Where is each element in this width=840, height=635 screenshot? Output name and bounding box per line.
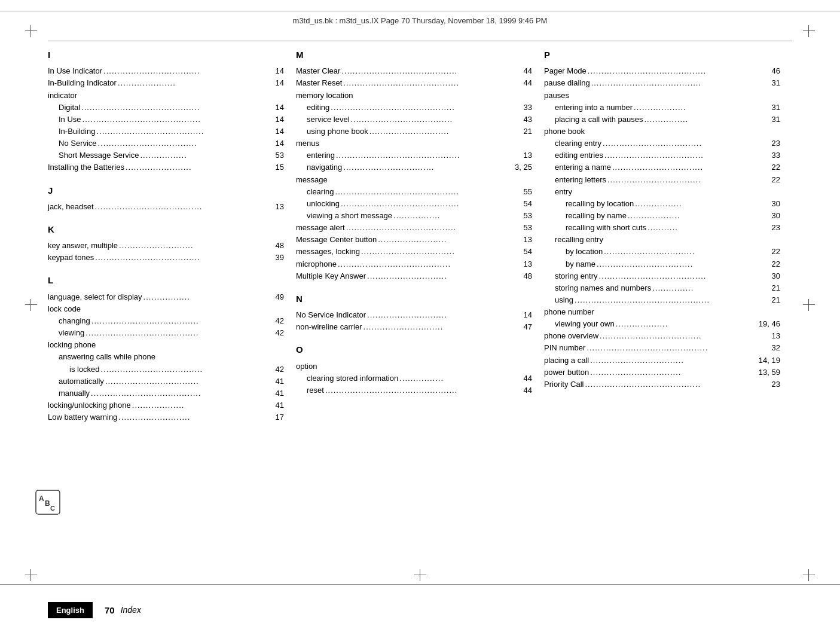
list-item: reset ..................................…: [307, 384, 532, 396]
list-item: Short Message Service ................. …: [59, 149, 284, 161]
entry-page: 15: [276, 161, 284, 173]
entry-label: by name: [566, 258, 595, 270]
entry-label: locking phone: [48, 340, 96, 349]
list-item: jack, headset ..........................…: [48, 201, 284, 213]
entry-label: Multiple Key Answer: [296, 270, 366, 282]
entry-page: 13, 59: [759, 367, 780, 378]
entry-dots: ........................................…: [81, 114, 276, 126]
entry-page: 14: [276, 102, 284, 114]
list-item: automatically ..........................…: [59, 375, 284, 387]
entry-dots: .......................................: [598, 270, 772, 282]
entry-page: 48: [276, 240, 284, 252]
entry-page: 49: [276, 291, 284, 303]
entry-dots: ........................................…: [84, 327, 275, 339]
crosshair-mid-left: [25, 299, 37, 311]
list-item: placing a call .........................…: [544, 355, 780, 367]
entry-page: 19, 46: [759, 318, 780, 330]
entry-page: 33: [772, 149, 780, 161]
list-item: Priority Call ..........................…: [544, 378, 780, 390]
list-item: by name ................................…: [566, 258, 780, 270]
entry-label: editing entries: [555, 149, 603, 161]
list-item: option: [296, 361, 532, 373]
entry-label: pause dialing: [544, 77, 590, 89]
entry-page: 31: [772, 102, 780, 114]
entry-page: 21: [772, 282, 780, 294]
list-item: microphone .............................…: [296, 258, 532, 270]
entry-dots: ...............: [651, 282, 771, 294]
entry-page: 22: [772, 174, 780, 186]
entry-label: using: [555, 294, 573, 306]
list-item: No Service Indicator ...................…: [296, 309, 532, 321]
entry-label: unlocking: [307, 198, 340, 210]
entry-page: 44: [524, 65, 532, 77]
entry-label: clearing stored information: [307, 373, 398, 384]
footer: English 70 Index: [0, 584, 840, 635]
entry-page: 31: [772, 114, 780, 126]
entry-page: 14: [276, 77, 284, 89]
entry-label: lock code: [48, 304, 81, 313]
crosshair-top-right: [803, 25, 815, 37]
entry-label: using phone book: [307, 126, 368, 138]
entry-label: PIN number: [544, 342, 585, 354]
entry-label: messages, locking: [296, 246, 360, 258]
entry-label: changing: [59, 315, 90, 327]
entry-label: answering calls while phone: [59, 352, 155, 361]
entry-page: 14, 19: [759, 355, 780, 367]
list-item: Master Clear ...........................…: [296, 65, 532, 77]
entry-page: 14: [276, 126, 284, 138]
list-item: Multiple Key Answer ....................…: [296, 270, 532, 282]
entry-label: placing a call: [544, 355, 589, 367]
entry-dots: .......................................: [90, 315, 276, 327]
list-item: Low battery warning ....................…: [48, 411, 284, 423]
entry-page: 42: [276, 327, 284, 339]
entry-page: 30: [772, 270, 780, 282]
entry-dots: ........................................: [90, 387, 276, 399]
entry-page: 14: [276, 138, 284, 149]
column-3: PPager Mode ............................…: [544, 48, 792, 569]
list-item: entering into a number .................…: [555, 102, 780, 114]
entry-dots: ........................................…: [324, 384, 524, 396]
entry-label: is locked: [69, 364, 100, 375]
entry-page: 22: [772, 161, 780, 173]
list-item: locking phone: [48, 339, 284, 351]
entry-label: pauses: [544, 91, 569, 100]
entry-dots: .................................: [589, 367, 759, 378]
footer-page-number: 70: [105, 605, 115, 615]
entry-label: clearing entry: [555, 138, 601, 149]
entry-label: Digital: [59, 102, 80, 114]
list-item: entering letters .......................…: [555, 174, 780, 186]
list-item: phone book: [544, 126, 780, 138]
entry-label: Message Center button: [296, 234, 377, 246]
footer-section-title: Index: [121, 605, 141, 615]
list-item: menus: [296, 138, 532, 149]
main-content: IIn Use Indicator ......................…: [48, 48, 792, 569]
entry-dots: ........................................…: [585, 342, 771, 354]
entry-label: In Use Indicator: [48, 65, 102, 77]
entry-label: No Service Indicator: [296, 309, 366, 321]
entry-label: In-Building: [59, 126, 95, 138]
entry-page: 48: [524, 270, 532, 282]
entry-label: Master Clear: [296, 65, 340, 77]
footer-language: English: [48, 602, 93, 618]
list-item: placing a call with pauses .............…: [555, 114, 780, 126]
entry-page: 47: [524, 321, 532, 333]
entry-dots: .................: [634, 198, 771, 210]
entry-dots: .................................: [342, 161, 515, 173]
entry-page: 33: [524, 102, 532, 114]
entry-page: 3, 25: [515, 161, 532, 173]
entry-page: 13: [524, 149, 532, 161]
entry-page: 14: [276, 65, 284, 77]
entry-page: 23: [772, 138, 780, 149]
entry-dots: .....................: [117, 77, 276, 89]
entry-page: 42: [276, 315, 284, 327]
list-item: editing ................................…: [307, 102, 532, 114]
list-item: In Use Indicator .......................…: [48, 65, 284, 77]
entry-dots: ........................................…: [334, 186, 524, 198]
entry-dots: .................................: [611, 161, 772, 173]
entry-dots: ........................................…: [329, 102, 523, 114]
crosshair-top-left: [25, 25, 37, 37]
entry-label: Short Message Service: [59, 149, 139, 161]
list-item: manually ...............................…: [59, 387, 284, 399]
entry-label: entering: [307, 149, 335, 161]
list-item: power button ...........................…: [544, 367, 780, 378]
